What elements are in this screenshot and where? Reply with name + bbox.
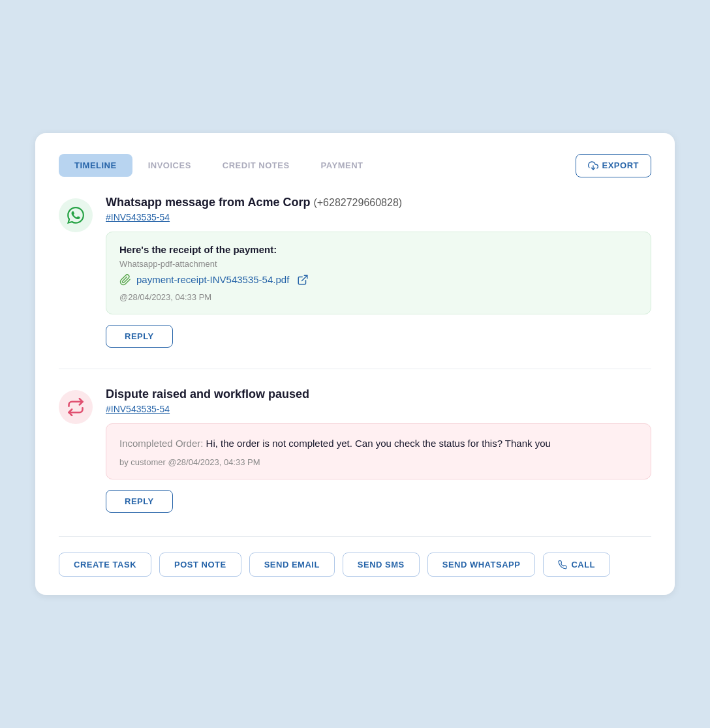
whatsapp-invoice-link[interactable]: #INV543535-54 (106, 212, 651, 222)
tab-timeline[interactable]: TIMELINE (59, 154, 132, 177)
whatsapp-file: payment-receipt-INV543535-54.pdf (119, 274, 638, 286)
timeline-item-dispute: Dispute raised and workflow paused #INV5… (59, 369, 651, 531)
download-cloud-icon (588, 160, 598, 171)
whatsapp-timestamp: @28/04/2023, 04:33 PM (119, 292, 638, 302)
dispute-icon-circle (59, 390, 93, 424)
send-whatsapp-button[interactable]: SEND WHATSAPP (427, 553, 536, 577)
tab-invoices[interactable]: INVOICES (132, 154, 207, 177)
whatsapp-reply-button[interactable]: REPLY (106, 325, 173, 348)
timeline-item-whatsapp: Whatsapp message from Acme Corp (+628272… (59, 196, 651, 366)
whatsapp-icon (67, 207, 84, 224)
dispute-invoice-link[interactable]: #INV543535-54 (106, 404, 651, 414)
send-email-button[interactable]: SEND EMAIL (249, 553, 335, 577)
whatsapp-icon-circle (59, 198, 93, 232)
tab-credit-notes[interactable]: CREDIT NOTES (207, 154, 305, 177)
dispute-content: Dispute raised and workflow paused #INV5… (106, 387, 651, 513)
dispute-msg-text: Hi, the order is not completed yet. Can … (206, 438, 551, 449)
paperclip-icon (119, 274, 131, 286)
tab-bar: TIMELINE INVOICES CREDIT NOTES PAYMENT E… (59, 154, 651, 177)
whatsapp-msg-sub: Whatsapp-pdf-attachment (119, 259, 638, 269)
post-note-button[interactable]: POST NOTE (159, 553, 241, 577)
export-button[interactable]: EXPORT (576, 154, 651, 177)
whatsapp-title: Whatsapp message from Acme Corp (+628272… (106, 196, 651, 209)
main-card: TIMELINE INVOICES CREDIT NOTES PAYMENT E… (35, 133, 675, 595)
dispute-msg-body: Incompleted Order: Hi, the order is not … (119, 436, 638, 451)
external-link-icon[interactable] (297, 274, 309, 286)
whatsapp-msg-bold: Here's the receipt of the payment: (119, 244, 638, 255)
create-task-button[interactable]: CREATE TASK (59, 553, 151, 577)
dispute-message-box: Incompleted Order: Hi, the order is not … (106, 423, 651, 479)
whatsapp-filename: payment-receipt-INV543535-54.pdf (136, 274, 289, 285)
call-button[interactable]: CALL (543, 553, 610, 577)
svg-line-1 (302, 275, 307, 281)
whatsapp-message-box: Here's the receipt of the payment: Whats… (106, 232, 651, 314)
dispute-msg-meta: by customer @28/04/2023, 04:33 PM (119, 457, 638, 467)
bottom-divider (59, 536, 651, 537)
phone-icon (558, 560, 567, 569)
dispute-icon (67, 398, 85, 416)
action-bar: CREATE TASK POST NOTE SEND EMAIL SEND SM… (59, 553, 651, 577)
dispute-title: Dispute raised and workflow paused (106, 387, 651, 401)
send-sms-button[interactable]: SEND SMS (343, 553, 420, 577)
whatsapp-content: Whatsapp message from Acme Corp (+628272… (106, 196, 651, 348)
tab-payment[interactable]: PAYMENT (305, 154, 379, 177)
dispute-msg-label: Incompleted Order: (119, 438, 203, 449)
dispute-reply-button[interactable]: REPLY (106, 490, 173, 513)
